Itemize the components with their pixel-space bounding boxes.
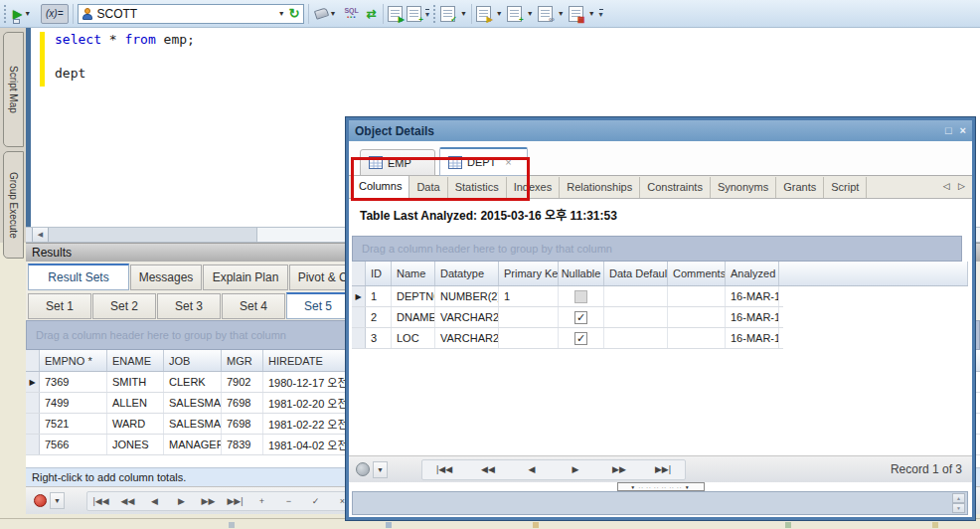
record-indicator-icon[interactable] [356, 462, 370, 476]
nav-insert-button[interactable]: + [248, 492, 275, 510]
toolbar-grip[interactable] [433, 5, 436, 23]
script-new-button[interactable]: + [507, 6, 522, 22]
execute-to-grid-button[interactable]: ▶ [388, 6, 403, 22]
toolbar-overflow-icon[interactable]: ▾ [425, 9, 429, 19]
script-link-button[interactable]: ∞ [538, 6, 553, 22]
spin-down-icon[interactable]: ▼ [952, 503, 965, 513]
tab-dept[interactable]: DEPT × [439, 147, 528, 176]
tab-statistics[interactable]: Statistics [448, 177, 507, 198]
toolbar-overflow-icon[interactable]: ▾ [599, 9, 603, 19]
nullable-checkbox[interactable] [574, 290, 587, 303]
tab-set-4[interactable]: Set 4 [222, 293, 285, 319]
spin-up-icon[interactable]: ▲ [952, 493, 965, 503]
column-header-job[interactable]: JOB [164, 350, 222, 371]
nav-first-button[interactable]: |◀◀ [422, 460, 466, 479]
tab-emp[interactable]: EMP [360, 149, 435, 176]
column-header-name[interactable]: Name [392, 262, 435, 285]
navigator-dropdown-icon[interactable]: ▼ [50, 492, 65, 509]
tab-columns[interactable]: Columns [351, 175, 409, 198]
column-header-ename[interactable]: ENAME [107, 350, 164, 371]
tab-set-5[interactable]: Set 5 [286, 292, 350, 319]
run-dropdown-icon[interactable]: ▼ [23, 10, 31, 17]
add-statement-button[interactable]: + [407, 6, 421, 22]
nullable-checkbox[interactable]: ✓ [574, 332, 587, 345]
format-sql-button[interactable]: SQL ▪▪▪ [342, 6, 360, 22]
tab-synonyms[interactable]: Synonyms [711, 177, 776, 198]
nav-next-page-button[interactable]: ▶▶ [597, 460, 641, 479]
scroll-left-icon[interactable]: ◀ [33, 228, 49, 242]
navigator-dropdown-icon[interactable]: ▼ [373, 461, 388, 478]
script-link-dropdown-icon[interactable]: ▼ [557, 10, 565, 17]
nav-last-button[interactable]: ▶▶| [641, 460, 685, 479]
nav-first-button[interactable]: |◀◀ [87, 492, 114, 510]
table-row[interactable]: 3 LOC VARCHAR2(13) ✓ 16-MAR-15 [352, 328, 783, 349]
highlight-dropdown-icon[interactable]: ▼ [329, 10, 337, 17]
connection-dropdown-icon[interactable]: ▼ [277, 10, 285, 17]
nav-last-button[interactable]: ▶▶| [222, 492, 248, 510]
tab-set-3[interactable]: Set 3 [157, 293, 221, 319]
bind-variables-toggle[interactable]: (x)= [41, 4, 69, 24]
scrollbar-thumb[interactable] [49, 228, 257, 242]
last-analyzed-line: Table Last Analyzed: 2015-03-16 오후 11:31… [360, 206, 617, 223]
tab-explain-plan[interactable]: Explain Plan [203, 264, 288, 290]
script-chart-button[interactable]: ▦ [569, 6, 583, 22]
record-count-label: Record 1 of 3 [891, 462, 962, 476]
tab-set-1[interactable]: Set 1 [28, 293, 91, 319]
nav-prev-page-button[interactable]: ◀◀ [114, 492, 141, 510]
nav-next-page-button[interactable]: ▶▶ [195, 492, 222, 510]
tab-result-sets[interactable]: Result Sets [28, 264, 129, 290]
tab-close-icon[interactable]: × [505, 156, 511, 168]
column-header-primary-key[interactable]: Primary Key [499, 262, 559, 285]
tab-constraints[interactable]: Constraints [640, 177, 711, 198]
nav-prev-button[interactable]: ◀ [141, 492, 168, 510]
convert-statement-button[interactable]: ⇄ [365, 6, 379, 22]
close-icon[interactable]: × [960, 125, 966, 136]
table-row[interactable]: 2 DNAME VARCHAR2(14) ✓ 16-MAR-15 [352, 307, 783, 328]
column-header-data-default[interactable]: Data Default [604, 262, 668, 285]
run-script-button[interactable]: ▶ ▼ [11, 4, 37, 24]
columns-groupby-bar[interactable]: Drag a column header here to group by th… [352, 236, 962, 262]
tab-relationships[interactable]: Relationships [560, 177, 640, 198]
refresh-connection-icon[interactable]: ↻ [289, 7, 300, 20]
nav-next-button[interactable]: ▶ [554, 460, 597, 479]
nullable-checkbox[interactable]: ✓ [574, 311, 587, 324]
nav-prev-button[interactable]: ◀ [510, 460, 554, 479]
tab-group-execute[interactable]: Group Execute [3, 151, 24, 259]
column-header-comments[interactable]: Comments [668, 262, 726, 285]
connection-combo[interactable]: SCOTT ▼ ↻ [78, 4, 304, 24]
record-indicator-icon[interactable] [34, 494, 47, 507]
highlight-button[interactable]: ▼ [313, 8, 339, 19]
splitter-handle[interactable]: ▼ ·· ·· ·· ·· ·· ·· ▼ [617, 482, 705, 491]
nav-prev-page-button[interactable]: ◀◀ [466, 460, 510, 479]
object-details-titlebar[interactable]: Object Details □ × [349, 120, 972, 141]
column-header-empno[interactable]: EMPNO * [40, 350, 107, 371]
maximize-icon[interactable]: □ [945, 125, 952, 136]
column-header-id[interactable]: ID [366, 262, 392, 285]
table-row[interactable]: ▶ 1 DEPTNO NUMBER(2) 1 16-MAR-15 [352, 286, 783, 307]
script-check-dropdown-icon[interactable]: ▼ [459, 10, 467, 17]
column-header-nullable[interactable]: Nullable [559, 262, 604, 285]
tab-indexes[interactable]: Indexes [507, 177, 561, 198]
tab-data[interactable]: Data [409, 177, 447, 198]
column-header-datatype[interactable]: Datatype [435, 262, 499, 285]
scrollbar-grip[interactable] [26, 228, 33, 242]
script-play-button[interactable]: ▶ [476, 6, 491, 22]
nav-next-button[interactable]: ▶ [168, 492, 195, 510]
column-header-analyzed[interactable]: Analyzed [726, 262, 779, 285]
object-details-window[interactable]: Object Details □ × EMP [346, 117, 975, 520]
nav-delete-button[interactable]: − [275, 492, 302, 510]
column-header-mgr[interactable]: MGR [222, 350, 263, 371]
tab-grants[interactable]: Grants [776, 177, 824, 198]
tab-scroll-icons[interactable]: ◁ ▷ [943, 181, 968, 191]
row-indicator: ▶ [352, 286, 366, 306]
nav-post-button[interactable]: ✓ [302, 492, 329, 510]
script-check-button[interactable]: ✓ [440, 6, 455, 22]
tab-messages[interactable]: Messages [130, 264, 202, 290]
toolbar-grip[interactable] [4, 5, 7, 23]
script-play-dropdown-icon[interactable]: ▼ [495, 10, 503, 17]
tab-set-2[interactable]: Set 2 [92, 293, 156, 319]
tab-script-map[interactable]: Script Map [3, 32, 24, 147]
tab-script[interactable]: Script [824, 177, 867, 198]
script-new-dropdown-icon[interactable]: ▼ [526, 10, 534, 17]
script-chart-dropdown-icon[interactable]: ▼ [587, 10, 595, 17]
